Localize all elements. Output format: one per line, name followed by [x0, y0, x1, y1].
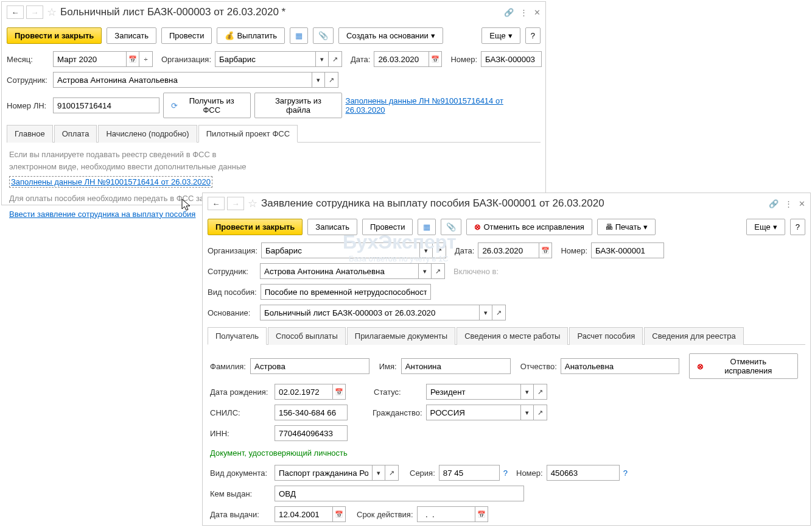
more-button[interactable]: Еще ▾: [746, 219, 785, 235]
basis-input[interactable]: [260, 305, 479, 320]
open-icon[interactable]: ↗: [433, 242, 446, 258]
cancel-icon: ⊗: [697, 362, 704, 371]
tab-benefit-calc[interactable]: Расчет пособия: [569, 327, 643, 345]
create-based-button[interactable]: Создать на основании ▾: [338, 27, 443, 44]
calendar-icon[interactable]: 📅: [475, 506, 488, 522]
ln-data-link-2[interactable]: Заполнены данные ЛН №910015716414 от 26.…: [9, 176, 212, 188]
org-input[interactable]: [261, 242, 419, 258]
pay-button[interactable]: 💰Выплатить: [217, 27, 285, 44]
more-icon[interactable]: ⋮: [520, 8, 528, 17]
month-input[interactable]: [53, 51, 126, 67]
get-from-fss-button[interactable]: ⟳ Получить из ФСС: [163, 93, 251, 118]
print-button[interactable]: 🖶 Печать ▾: [597, 219, 656, 235]
create-application-link[interactable]: Ввести заявление сотрудника на выплату п…: [9, 210, 195, 219]
nav-back-button[interactable]: ←: [208, 197, 225, 210]
open-icon[interactable]: ↗: [325, 72, 338, 88]
report-button[interactable]: ▦: [290, 27, 308, 44]
snils-input[interactable]: [275, 405, 348, 420]
tab-fss-pilot[interactable]: Пилотный проект ФСС: [198, 125, 298, 143]
dropdown-icon[interactable]: ▾: [520, 405, 534, 420]
help-icon[interactable]: ?: [503, 469, 508, 478]
help-button[interactable]: ?: [525, 27, 541, 44]
favorite-icon[interactable]: ☆: [248, 197, 257, 210]
save-button[interactable]: Записать: [307, 219, 357, 235]
report-button[interactable]: ▦: [418, 219, 436, 235]
benefit-type-input[interactable]: [261, 284, 431, 300]
attach-button[interactable]: 📎: [441, 219, 461, 235]
dropdown-icon[interactable]: ▾: [418, 263, 432, 279]
help-icon[interactable]: ?: [623, 469, 628, 478]
tab-main[interactable]: Главное: [7, 125, 53, 143]
open-icon[interactable]: ↗: [492, 305, 506, 320]
ln-data-link[interactable]: Заполнены данные ЛН №910015716414 от 26.…: [346, 96, 541, 115]
dropdown-icon[interactable]: ▾: [479, 305, 492, 320]
nav-forward-button[interactable]: →: [227, 197, 244, 210]
save-button[interactable]: Записать: [107, 27, 156, 44]
load-from-file-button[interactable]: Загрузить из файла: [254, 93, 341, 118]
patronymic-input[interactable]: [561, 358, 680, 374]
calendar-icon[interactable]: 📅: [332, 384, 346, 400]
calendar-icon[interactable]: 📅: [429, 51, 442, 67]
cancel-fixes-button[interactable]: ⊗ Отменить исправления: [689, 353, 798, 379]
tab-work-info[interactable]: Сведения о месте работы: [457, 327, 568, 345]
tab-accrued[interactable]: Начислено (подробно): [98, 125, 197, 143]
more-button[interactable]: Еще ▾: [481, 27, 520, 44]
post-and-close-button[interactable]: Провести и закрыть: [7, 27, 102, 44]
favorite-icon[interactable]: ☆: [47, 5, 57, 19]
calendar-icon[interactable]: 📅: [126, 51, 139, 67]
org-input[interactable]: [215, 51, 315, 67]
main-toolbar: Провести и закрыть Записать Провести ▦ 📎…: [203, 214, 810, 240]
tab-payment-method[interactable]: Способ выплаты: [268, 327, 346, 345]
date-input[interactable]: [374, 51, 429, 67]
series-input[interactable]: [439, 465, 500, 481]
tab-attached-docs[interactable]: Прилагаемые документы: [347, 327, 455, 345]
post-button[interactable]: Провести: [362, 219, 413, 235]
tab-payment[interactable]: Оплата: [54, 125, 97, 143]
dropdown-icon[interactable]: ▾: [372, 465, 385, 481]
open-icon[interactable]: ↗: [432, 263, 445, 279]
status-input[interactable]: [426, 384, 520, 400]
employee-input[interactable]: [260, 263, 418, 279]
inn-input[interactable]: [275, 425, 348, 441]
post-and-close-button[interactable]: Провести и закрыть: [208, 219, 303, 235]
open-icon[interactable]: ↗: [329, 51, 342, 67]
stepper-icon[interactable]: ÷: [139, 51, 153, 67]
number-input[interactable]: [481, 51, 542, 67]
date-input[interactable]: [478, 242, 539, 258]
employee-input[interactable]: [53, 72, 312, 88]
surname-input[interactable]: [250, 358, 369, 374]
dropdown-icon[interactable]: ▾: [520, 384, 534, 400]
dropdown-icon[interactable]: ▾: [315, 51, 329, 67]
ln-input[interactable]: [53, 97, 159, 113]
calendar-icon[interactable]: 📅: [332, 506, 346, 522]
nav-back-button[interactable]: ←: [7, 5, 24, 19]
dropdown-icon[interactable]: ▾: [312, 72, 325, 88]
link-icon[interactable]: 🔗: [769, 199, 779, 208]
issue-date-label: Дата выдачи:: [210, 510, 271, 519]
calendar-icon[interactable]: 📅: [539, 242, 552, 258]
close-icon[interactable]: ✕: [534, 8, 541, 17]
docnum-input[interactable]: [547, 465, 620, 481]
open-icon[interactable]: ↗: [534, 384, 547, 400]
more-icon[interactable]: ⋮: [785, 199, 793, 208]
cancel-all-fixes-button[interactable]: ⊗ Отменить все исправления: [466, 219, 592, 235]
dropdown-icon[interactable]: ▾: [419, 242, 433, 258]
attach-button[interactable]: 📎: [313, 27, 334, 44]
citizenship-input[interactable]: [426, 405, 520, 420]
number-input[interactable]: [591, 242, 664, 258]
help-button[interactable]: ?: [790, 219, 805, 235]
open-icon[interactable]: ↗: [534, 405, 547, 420]
open-icon[interactable]: ↗: [385, 465, 399, 481]
name-input[interactable]: [401, 358, 511, 374]
validity-input[interactable]: [417, 506, 475, 522]
dob-input[interactable]: [275, 384, 332, 400]
doc-type-input[interactable]: [275, 465, 372, 481]
issue-date-input[interactable]: [275, 506, 332, 522]
link-icon[interactable]: 🔗: [504, 8, 514, 17]
post-button[interactable]: Провести: [161, 27, 212, 44]
tab-recipient[interactable]: Получатель: [208, 327, 267, 345]
close-icon[interactable]: ✕: [799, 199, 805, 208]
tab-registry-info[interactable]: Сведения для реестра: [644, 327, 743, 345]
nav-forward-button[interactable]: →: [26, 5, 43, 19]
issued-by-input[interactable]: [275, 486, 524, 501]
